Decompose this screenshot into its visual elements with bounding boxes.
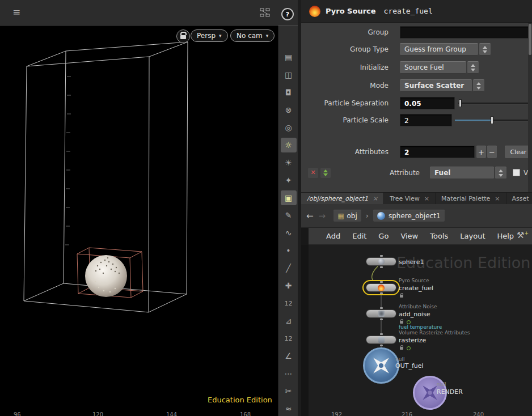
- network-editor[interactable]: Education Edition sphere1 Pyro Source cr…: [301, 245, 532, 416]
- param-label: Group Type: [301, 43, 389, 56]
- scissors-icon[interactable]: ✂: [281, 384, 297, 398]
- reorder-entry-button[interactable]: [320, 168, 331, 178]
- tab-network-path[interactable]: /obj/sphere_object1 ×: [301, 193, 384, 204]
- menu-add[interactable]: Add: [326, 232, 340, 240]
- node-name-label: OUT_fuel: [395, 362, 424, 370]
- close-icon[interactable]: ×: [495, 195, 500, 202]
- target-icon[interactable]: ◎: [281, 120, 297, 135]
- menu-tools[interactable]: Tools: [430, 232, 448, 240]
- node-add-noise[interactable]: [366, 309, 396, 318]
- notes12-icon[interactable]: 12: [281, 331, 297, 346]
- mode-stepper[interactable]: [473, 79, 484, 92]
- shelf-icon[interactable]: ▤: [281, 50, 297, 65]
- particle-separation-slider[interactable]: [458, 97, 531, 109]
- param-scrollbar[interactable]: [528, 23, 532, 193]
- forward-arrow-icon[interactable]: →: [319, 211, 326, 221]
- angle-icon[interactable]: ∠: [281, 349, 297, 363]
- menu-help[interactable]: Help: [497, 232, 514, 240]
- mode-dropdown[interactable]: Surface Scatter: [400, 79, 472, 92]
- node-sphere1[interactable]: [366, 257, 396, 266]
- sphere-node-icon: [378, 258, 385, 265]
- tab-asset[interactable]: Asset ×: [506, 193, 532, 204]
- stowbar-icon[interactable]: [260, 8, 270, 20]
- persp-view-button[interactable]: Persp ▾: [191, 29, 228, 42]
- param-label: Attributes: [301, 146, 389, 158]
- delete-entry-button[interactable]: ✕: [308, 168, 318, 178]
- wave-icon[interactable]: ∿: [281, 226, 297, 240]
- node-create-fuel[interactable]: [366, 283, 396, 292]
- scene-viewport[interactable]: [0, 26, 278, 416]
- initialize-stepper[interactable]: [467, 61, 479, 74]
- add-attribute-button[interactable]: +: [476, 146, 486, 158]
- null-pinwheel-icon: [366, 351, 396, 380]
- lightbulb-icon[interactable]: ☼: [281, 138, 297, 152]
- snap-icon[interactable]: ⊗: [281, 103, 297, 117]
- initialize-dropdown[interactable]: Source Fuel: [400, 61, 466, 74]
- visualize-checkbox[interactable]: [513, 169, 520, 176]
- scrollbar-thumb[interactable]: [529, 24, 531, 55]
- viewport-wireframe: [0, 26, 278, 416]
- frame12-icon[interactable]: 12: [281, 296, 297, 311]
- pane-menu-icon[interactable]: ≡: [12, 6, 20, 18]
- menu-view[interactable]: View: [400, 232, 418, 240]
- camera-lock-button[interactable]: [176, 29, 190, 43]
- panes-icon[interactable]: ◫: [281, 67, 297, 82]
- down-arrow-icon: [471, 69, 475, 71]
- breadcrumb-node[interactable]: sphere_object1: [373, 210, 445, 222]
- close-icon[interactable]: ×: [373, 195, 378, 202]
- camera-select-button[interactable]: No cam ▾: [230, 29, 275, 42]
- viewport-topbar: ≡ ?: [0, 0, 298, 26]
- slider-handle[interactable]: [491, 116, 493, 124]
- remove-attribute-button[interactable]: −: [487, 146, 497, 158]
- help-icon[interactable]: ?: [281, 8, 294, 20]
- node-rasterize[interactable]: [366, 336, 396, 344]
- grouptype-stepper[interactable]: [479, 43, 491, 56]
- tab-material-palette[interactable]: Material Palette ×: [436, 193, 506, 204]
- node-name-label: create_fuel: [399, 285, 433, 292]
- network-menubar: Add Edit Go View Tools Layout Help ⚒+: [301, 228, 532, 245]
- dots-icon[interactable]: ⋯: [281, 366, 297, 381]
- ruler-tick: 120: [92, 411, 103, 416]
- path-bar: ← → ▦ obj › sphere_object1: [301, 204, 532, 228]
- pencil-icon[interactable]: ✎: [281, 208, 297, 223]
- tab-tree-view[interactable]: Tree View ×: [384, 193, 436, 204]
- attribute-stepper[interactable]: [495, 167, 506, 179]
- plus-icon[interactable]: ✚: [281, 278, 297, 293]
- up-arrow-icon: [499, 169, 503, 172]
- particle-scale-slider[interactable]: [455, 114, 531, 126]
- param-row-mode: Mode Surface Scatter: [301, 79, 528, 92]
- dot-icon[interactable]: •: [281, 243, 297, 258]
- grouptype-dropdown[interactable]: Guess from Group: [400, 43, 478, 56]
- wrench-plus-icon[interactable]: ⚒+: [517, 230, 529, 240]
- triangle-icon[interactable]: ⊿: [281, 313, 297, 328]
- node-name-label: rasterize: [399, 337, 426, 344]
- menu-edit[interactable]: Edit: [352, 232, 366, 240]
- breadcrumb-obj[interactable]: ▦ obj: [333, 210, 361, 222]
- pane-grip[interactable]: [301, 228, 309, 245]
- headlight-icon[interactable]: ☀: [281, 155, 297, 170]
- stowbar-glyph: [260, 8, 270, 18]
- node-out-fuel[interactable]: [363, 347, 399, 384]
- back-arrow-icon[interactable]: ←: [306, 211, 314, 221]
- viewport-box-icon[interactable]: ▣: [281, 190, 297, 205]
- node-name-label: add_noise: [399, 311, 430, 318]
- param-label: Mode: [301, 79, 389, 92]
- param-row-initialize: Initialize Source Fuel: [301, 61, 528, 74]
- menu-layout[interactable]: Layout: [460, 232, 485, 240]
- node-name-field[interactable]: create_fuel: [384, 7, 433, 15]
- group-input[interactable]: [400, 26, 532, 39]
- param-label: Group: [301, 26, 389, 39]
- menu-go[interactable]: Go: [378, 232, 389, 240]
- node-type-label: Volume Rasterize Attributes: [399, 330, 470, 336]
- lamp-icon[interactable]: ✦: [281, 173, 297, 188]
- slash-icon[interactable]: ╱: [281, 261, 297, 275]
- attributes-count-input[interactable]: 2: [400, 146, 475, 158]
- lock-icon[interactable]: ◘: [281, 85, 297, 100]
- particle-scale-input[interactable]: 2: [400, 114, 452, 126]
- attribute-dropdown[interactable]: Fuel: [430, 167, 494, 179]
- particle-separation-input[interactable]: 0.05: [400, 97, 455, 109]
- slider-handle[interactable]: [459, 99, 462, 107]
- close-icon[interactable]: ×: [424, 195, 429, 202]
- pane-divider[interactable]: [298, 0, 301, 416]
- param-label: Particle Separation: [301, 97, 389, 109]
